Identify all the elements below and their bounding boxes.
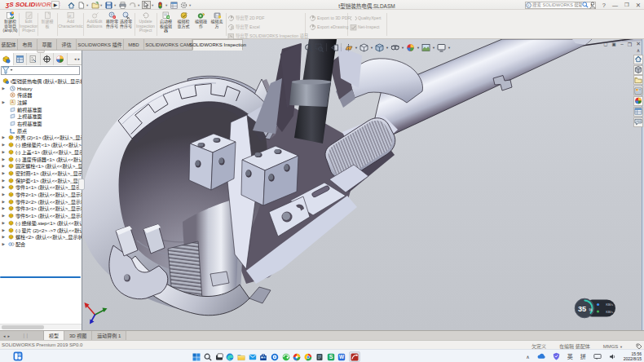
tree-item-label[interactable]: (-) 垫片 (2)<2> ->? (默认<<默认> (15, 227, 82, 234)
tree-item[interactable]: t型铠装热电偶 (默认<默认_显示状态-1 (0, 77, 82, 85)
system-speed-monitor-widget[interactable]: 35 % KB/s KB/s (572, 295, 621, 321)
tree-item[interactable]: ▶(-) 绝缘垫片<1> (默认<<默认>_显示 (0, 141, 82, 148)
qat-caret-icon[interactable]: ▾ (86, 3, 90, 7)
view-tab-2[interactable]: 运动算例 1 (92, 331, 126, 340)
tab-bar-splitter-icon[interactable]: ▏▏ (24, 333, 30, 338)
tree-item[interactable]: ▶A注解 (0, 99, 82, 106)
tree-item-label[interactable]: t型铠装热电偶 (默认<默认_显示状态-1 (11, 77, 82, 85)
tree-item[interactable]: ▶配合 (0, 241, 82, 248)
graphics-area[interactable]: ▼▼▼▼▼▼▼ ▢ ▣ − ❐ ✕ ∧ 35 % KB/s KB/s (82, 39, 644, 330)
window-close-icon[interactable]: ✕ (636, 2, 641, 9)
view-tab-0[interactable]: 模型 (44, 331, 64, 340)
ribbon-edit-vendors-button[interactable]: 编辑卖 方 (210, 11, 224, 38)
ribbon-select-balloons-button[interactable]: 选择零 件序号 (119, 11, 133, 38)
tree-item[interactable]: ▶固定螺栓<1> (默认<<默认>_显示状 (0, 162, 82, 170)
expand-arrow-icon[interactable]: ▶ (2, 228, 6, 232)
ribbon-update-inspection-button[interactable]: Update Inspection Project (135, 11, 156, 38)
hud-zoom-area-icon[interactable] (315, 42, 324, 52)
taskbar-edge-icon[interactable] (226, 352, 235, 361)
panel-collapse-handle[interactable] (37, 51, 45, 53)
tree-item[interactable]: ▶History (0, 85, 82, 92)
qat-options-icon[interactable] (179, 1, 188, 9)
hud-zoom-fit-icon[interactable] (303, 42, 313, 52)
tab-solidworks-inspection[interactable]: SOLIDWORKS Inspection (192, 39, 243, 51)
hud-view-orientation-icon[interactable] (359, 42, 369, 52)
expand-arrow-icon[interactable]: ▶ (2, 206, 6, 210)
expand-arrow-icon[interactable]: ▶ (2, 179, 6, 183)
tree-item[interactable]: ▶(-) 温度传感器<1> (默认<<默认>_显 (0, 156, 82, 163)
qat-caret-icon[interactable]: ▾ (100, 3, 104, 7)
taskbar-browser-360-icon[interactable] (282, 352, 291, 361)
taskbar-notepad-icon[interactable] (315, 352, 324, 361)
rollback-bar[interactable] (0, 276, 81, 279)
ribbon-export-edrawing-button[interactable]: Export eDrawing (309, 23, 348, 30)
taskbar-chrome-icon[interactable] (304, 352, 313, 361)
tree-item-label[interactable]: 右视基准面 (17, 120, 42, 127)
taskbar-color-wheel-icon[interactable] (293, 352, 302, 361)
view-tab-1[interactable]: 3D 视图 (64, 331, 92, 340)
tree-item-label[interactable]: 固定螺栓<1> (默认<<默认>_显示状 (15, 162, 82, 170)
tree-item[interactable]: ▶保护套<1> (默认<<默认>_显示状态 (0, 177, 82, 184)
ribbon-launch-template-editor-button[interactable]: 启动模 板编辑 器 (158, 11, 174, 38)
status-units[interactable]: MMGS ▼ (603, 344, 623, 349)
panel-tab-prev-arrow[interactable]: ◂ (74, 56, 77, 61)
tree-item-label[interactable]: History (17, 86, 33, 91)
taskpane-home-icon[interactable] (633, 55, 643, 64)
hud-edit-appearance-icon[interactable] (406, 42, 416, 52)
tree-item-label[interactable]: (-) 绝缘垫.step<1> (默认<<默认> (15, 219, 82, 227)
tree-item[interactable]: ▶零件2<2> (默认<<默认>_显示状态 (0, 198, 82, 205)
tree-item-label[interactable]: 前视基准面 (17, 106, 42, 113)
tree-item[interactable]: ▶(-) 绝缘垫.step<1> (默认<<默认> (0, 219, 82, 227)
ribbon-export-2dpdf-button[interactable]: 导出至 2D PDF (227, 14, 264, 21)
taskbar-task-view-icon[interactable] (214, 352, 223, 361)
tab-装配体[interactable]: 装配体 (0, 39, 18, 51)
login-person-icon[interactable] (589, 2, 596, 9)
expand-arrow-icon[interactable]: ▶ (2, 100, 6, 104)
tree-item-label[interactable]: 密封圈<1> (默认<<默认>_显示状态 (15, 170, 82, 177)
tree-item[interactable]: ▶(-) 垫片 (2)<2> ->? (默认<<默认> (0, 227, 82, 234)
tree-item[interactable]: ▶零件3<1> (默认<<默认>_显示状态 (0, 205, 82, 213)
taskbar-store-icon[interactable] (259, 352, 268, 361)
search-scope-icon[interactable]: i (526, 2, 532, 8)
tab-草图[interactable]: 草图 (37, 39, 57, 51)
expand-arrow-icon[interactable]: ▶ (2, 143, 6, 147)
panel-tab-next-arrow[interactable]: ▸ (77, 56, 80, 61)
tree-item[interactable]: 右视基准面 (0, 120, 82, 127)
taskpane-custom-properties-icon[interactable] (633, 107, 643, 117)
ribbon-edit-methods-button[interactable]: 编辑检 查方式 (175, 11, 192, 38)
hud-caret-icon[interactable]: ▼ (370, 46, 373, 50)
tree-item-label[interactable]: 螺栓<2> (默认<<默认>_显示状态 (15, 233, 82, 241)
qat-rebuild-icon[interactable] (156, 1, 165, 9)
tree-item[interactable]: 原点 (0, 127, 82, 135)
tab-布局[interactable]: 布局 (18, 39, 37, 51)
tab-scroll-left-icon[interactable]: ◂ (3, 333, 6, 338)
doc-newwindow-icon[interactable]: ▢ (603, 42, 607, 46)
tree-item[interactable]: ▶(-) 上盖<1> (默认<<默认>_显示状态 (0, 148, 82, 156)
panel-splitter-handle[interactable] (78, 179, 85, 190)
logo-flyout-arrow[interactable]: ▶ (51, 1, 60, 9)
tree-item[interactable]: ▶螺栓<2> (默认<<默认>_显示状态 (0, 233, 82, 241)
doc-minimize-icon[interactable]: − (620, 42, 624, 47)
search-placeholder[interactable]: 搜索 SOLIDWORKS 帮助 (532, 2, 582, 8)
taskpane-file-explorer-icon[interactable] (633, 75, 643, 85)
ribbon-export-3dpdf-button[interactable]: Export to 3D PDF (309, 14, 351, 21)
tray-touch-keyboard-icon[interactable] (593, 353, 602, 360)
qat-file-properties-icon[interactable] (170, 1, 179, 9)
tree-item[interactable]: ▶密封圈<1> (默认<<默认>_显示状态 (0, 170, 82, 177)
tab-scroll-right-icon[interactable]: ▸ (8, 333, 11, 338)
hud-apply-scene-icon[interactable] (421, 42, 431, 52)
qat-caret-icon[interactable]: ▾ (165, 3, 169, 7)
panel-tab-display-manager[interactable] (54, 53, 68, 65)
taskpane-appearances-scenes-icon[interactable] (633, 96, 643, 106)
expand-arrow-icon[interactable]: ▶ (2, 150, 6, 154)
ribbon-new-inspection-button[interactable]: 新建检 查项目 (amp;N) (2, 11, 19, 38)
qat-print-icon[interactable] (118, 1, 127, 9)
doc-close-icon[interactable]: ✕ (636, 41, 641, 47)
qat-open-icon[interactable] (90, 1, 99, 9)
tray-chevron-up-icon[interactable]: ∧ (526, 354, 529, 360)
tree-item[interactable]: ▶零件1<1> (默认<<默认>_显示状态 (0, 184, 82, 192)
tray-ime-language[interactable]: 英 (567, 352, 573, 360)
tree-item-label[interactable]: 保护套<1> (默认<<默认>_显示状态 (15, 177, 82, 184)
hud-caret-icon[interactable]: ▼ (417, 46, 420, 50)
ribbon-add-edit-balloons-button[interactable]: Add/Edit Balloons (84, 11, 105, 38)
